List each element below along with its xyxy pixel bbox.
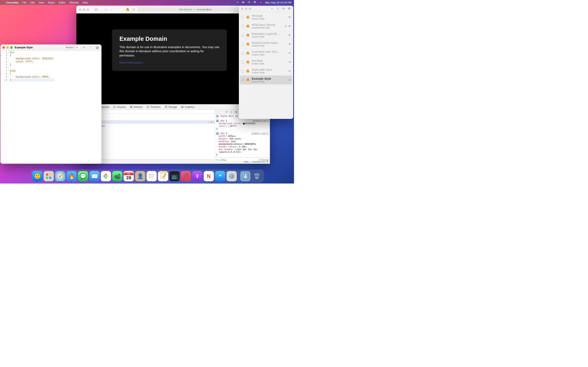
style-enable-checkbox[interactable]	[241, 16, 244, 18]
menu-window[interactable]: Window	[69, 1, 79, 4]
flame-extension-icon[interactable]: 🔥	[125, 7, 130, 12]
style-enable-checkbox[interactable]	[241, 43, 244, 45]
cascadea-panel: ＋ ⇪ ⟳ ⚙ 🔥 FB Dark Custom Style ⚙ 🔥 ATW D…	[239, 6, 293, 119]
dock-finder-icon[interactable]: 🙂	[32, 171, 43, 181]
style-settings-icon[interactable]: ⚙	[288, 69, 291, 72]
example-domain-card: Example Domain This domain is for use in…	[112, 29, 227, 71]
svg-point-23	[150, 176, 150, 176]
editor-traffic-lights[interactable]	[2, 46, 13, 49]
style-enable-checkbox[interactable]	[241, 52, 244, 54]
style-settings-icon[interactable]: ⚙	[288, 34, 291, 36]
flame-icon: 🔥	[246, 15, 250, 19]
panel-toggle-icon[interactable]: ▤	[95, 45, 99, 49]
dock-calendar-icon[interactable]: SEP 28	[124, 171, 134, 181]
style-list-item[interactable]: 🔥 ATW Dark Theme Imported from URL ⊘ ⚙	[240, 22, 292, 31]
style-settings-icon[interactable]: ⚙	[288, 16, 291, 18]
dock-mail-icon[interactable]: ✉️	[89, 171, 100, 181]
menu-view[interactable]: View	[38, 1, 44, 4]
dock-appstore-icon[interactable]	[215, 171, 225, 181]
menubar-clock[interactable]: Mon Sep 28 10:34 PM	[265, 1, 292, 4]
reload-icon[interactable]: ⟳	[207, 8, 209, 11]
dock-launchpad-icon[interactable]	[44, 171, 54, 181]
dock-messages-icon[interactable]: 💬	[78, 171, 88, 181]
safari-traffic-lights[interactable]	[79, 8, 89, 11]
style-enable-checkbox[interactable]: ✓	[241, 79, 244, 81]
dock-cascadea-icon[interactable]: 🔥	[67, 171, 77, 181]
menu-styles[interactable]: Styles	[48, 1, 55, 4]
svg-rect-15	[46, 176, 48, 179]
dock-podcasts-icon[interactable]: 🎙	[192, 171, 203, 181]
style-list-item[interactable]: 🔥 Cool New Site The… Custom Style ⚙	[240, 49, 292, 58]
flame-icon: 🔥	[246, 24, 250, 28]
dock-downloads-icon[interactable]: ⬇️	[240, 171, 251, 181]
style-list-item[interactable]: 🔥 Git Dark Custom Style ⚙	[240, 58, 292, 67]
style-settings-icon[interactable]: ⚙	[288, 52, 291, 54]
style-list-item[interactable]: 🔥 Global Comic Sans Custom Style ⚙	[240, 40, 292, 49]
dock-reminders-icon[interactable]	[147, 171, 157, 181]
style-settings-icon[interactable]: ⚙	[288, 78, 291, 81]
style-settings-icon[interactable]: ⚙	[288, 43, 291, 45]
style-title: Cool New Site The…	[252, 50, 287, 53]
add-section-icon[interactable]: ＋	[82, 45, 86, 50]
layout-icon[interactable]: ⊞	[225, 110, 228, 114]
devtools-tab-storage[interactable]: Storage	[163, 104, 179, 109]
css-rule[interactable]: U div {example.com:17width: 600px;margin…	[215, 132, 270, 157]
devtools-tab-graphics[interactable]: Graphics	[179, 104, 197, 109]
style-settings-icon[interactable]: ⚙	[288, 25, 291, 27]
devtools-tab-network[interactable]: Network	[128, 104, 145, 109]
menu-editor[interactable]: Editor	[59, 1, 66, 4]
remove-section-icon[interactable]: －	[88, 45, 93, 50]
svg-rect-1	[244, 2, 244, 2]
style-list-item[interactable]: 🔥 Style with Vars Custom Style ⚙	[240, 67, 292, 75]
address-bar[interactable]: Not Secure — example.com ⟳	[138, 7, 254, 12]
share-icon[interactable]: ⇪	[276, 7, 280, 11]
dock-photos-icon[interactable]	[101, 171, 111, 181]
wifi-icon[interactable]	[236, 1, 239, 4]
menu-help[interactable]: Help	[82, 1, 88, 4]
siri-icon[interactable]	[259, 1, 262, 4]
svg-rect-14	[49, 173, 52, 175]
sync-icon[interactable]: ⊘	[285, 25, 287, 27]
shield-icon[interactable]	[131, 7, 136, 12]
print-icon[interactable]: ⎙	[229, 110, 233, 114]
section-selector[interactable]: Section 1 ⇅	[63, 45, 80, 50]
style-subtitle: Custom Style	[252, 71, 287, 74]
cascadea-traffic-lights[interactable]	[241, 8, 251, 10]
dock-notes-icon[interactable]: 📝	[158, 171, 168, 181]
control-center-icon[interactable]	[253, 1, 256, 4]
box-icon[interactable]: ▣	[234, 110, 238, 114]
code-editor[interactable]: 1▾234567▾8910 div{ background-color: #20…	[0, 50, 102, 82]
settings-icon[interactable]: ⚙	[287, 7, 291, 11]
refresh-icon[interactable]: ⟳	[281, 7, 285, 11]
style-list-item[interactable]: ✓ 🔥 Example Style Custom Style ⚙	[240, 75, 292, 84]
dock-trash-icon[interactable]: 🗑️	[252, 171, 262, 181]
dock-systempreferences-icon[interactable]: ⚙️	[227, 171, 237, 181]
style-enable-checkbox[interactable]	[241, 25, 244, 27]
more-info-link[interactable]: More information...	[120, 61, 219, 64]
spotlight-icon[interactable]	[248, 1, 251, 4]
battery-icon[interactable]	[242, 1, 245, 4]
dock-music-icon[interactable]: 🎵	[181, 171, 191, 181]
app-name[interactable]: Cascadea	[6, 1, 18, 4]
dock-safari-icon[interactable]: 🧭	[55, 171, 65, 181]
style-list-item[interactable]: 🔥 FB Dark Custom Style ⚙	[240, 13, 292, 22]
menu-edit[interactable]: Edit	[30, 1, 35, 4]
style-settings-icon[interactable]: ⚙	[288, 60, 291, 63]
add-style-icon[interactable]: ＋	[270, 7, 274, 11]
add-rule-icon[interactable]: +	[216, 159, 218, 161]
menu-file[interactable]: File	[22, 1, 26, 4]
style-enable-checkbox[interactable]	[241, 61, 244, 63]
back-icon[interactable]	[103, 7, 108, 12]
dock-tv-icon[interactable]: 📺	[169, 171, 180, 181]
dock-news-icon[interactable]: N	[204, 171, 214, 181]
style-list-item[interactable]: 🔥 Mastodon Light Bl… Custom Style ⚙	[240, 31, 292, 40]
style-enable-checkbox[interactable]	[241, 70, 244, 72]
devtools-tab-timelines[interactable]: Timelines	[145, 104, 163, 109]
sidebar-toggle-icon[interactable]	[94, 7, 98, 12]
devtools-tab-sources[interactable]: Sources	[111, 104, 128, 109]
forward-icon[interactable]	[109, 7, 114, 12]
style-enable-checkbox[interactable]	[241, 34, 244, 36]
dock-contacts-icon[interactable]: 👤	[135, 171, 145, 181]
dock-facetime-icon[interactable]: 📹	[112, 171, 122, 181]
css-rule[interactable]: U div {example.com:3background-color: #2…	[215, 119, 270, 132]
